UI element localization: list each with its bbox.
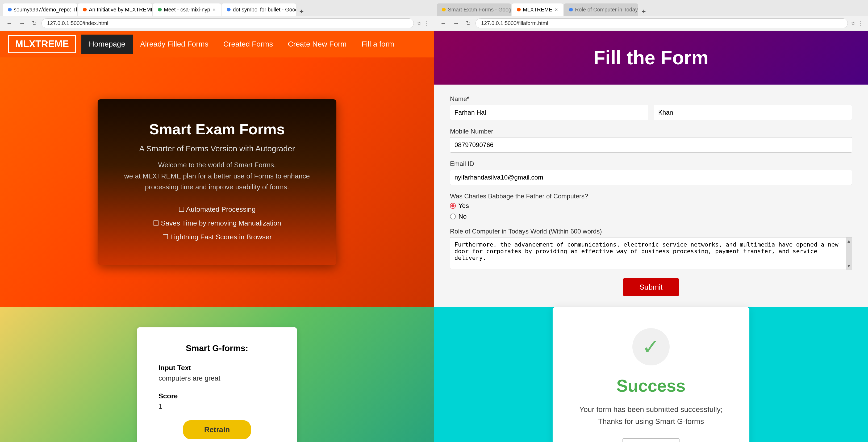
gform-title: Smart G-forms: <box>158 343 276 353</box>
tab-google-search[interactable]: dot symbol for bullet - Google ... ✕ <box>221 3 296 16</box>
radio-section: Was Charles Babbage the Father of Comput… <box>450 193 852 220</box>
input-text-value: computers are great <box>158 374 276 382</box>
tab-dot <box>83 8 87 11</box>
nav-create-new[interactable]: Create New Form <box>280 35 354 54</box>
tab-mlxtreme-q2[interactable]: MLXTREME ✕ <box>512 3 563 16</box>
gforms-quadrant: Smart G-forms: Input Text computers are … <box>0 307 434 442</box>
url-input[interactable]: 127.0.0.1:5000/index.html <box>41 18 414 28</box>
name-label: Name* <box>450 95 852 103</box>
nav-already-filled[interactable]: Already Filled Forms <box>133 35 216 54</box>
scrollbar-up-icon[interactable]: ▲ <box>846 239 851 244</box>
name-row <box>450 105 852 120</box>
url-input-q2[interactable]: 127.0.0.1:5000/fillaform.html <box>475 18 848 28</box>
bookmark-icon-q2[interactable]: ☆ <box>850 20 856 27</box>
radio-yes-label: Yes <box>459 202 469 210</box>
name-section: Name* <box>450 95 852 120</box>
checkmark-icon: ✓ <box>642 335 660 359</box>
feature-3: ☐ Lightning Fast Scores in Browser <box>124 230 310 244</box>
radio-yes-item: Yes <box>450 202 852 210</box>
radio-yes-button[interactable] <box>450 203 456 209</box>
address-bar-row-q2: ← → ↻ 127.0.0.1:5000/fillaform.html ☆ ⋮ <box>434 16 868 31</box>
feature-2: ☐ Saves Time by removing Manualization <box>124 216 310 230</box>
success-card: ✓ Success Your form has been submitted s… <box>553 307 749 442</box>
tab-dot <box>569 8 573 11</box>
reload-button-q2[interactable]: ↻ <box>464 19 473 28</box>
reload-button[interactable]: ↻ <box>30 19 39 28</box>
tab-dot <box>442 8 446 11</box>
settings-icon-q2[interactable]: ⋮ <box>858 20 864 27</box>
back-button[interactable]: ← <box>4 19 14 28</box>
gform-card: Smart G-forms: Input Text computers are … <box>137 327 297 442</box>
success-quadrant: ✓ Success Your form has been submitted s… <box>434 307 868 442</box>
form-title: Fill the Form <box>445 47 857 69</box>
submit-button[interactable]: Submit <box>623 278 678 296</box>
view-score-button[interactable]: View Score <box>623 438 679 442</box>
hero-card: Smart Exam Forms A Smarter of Forms Vers… <box>98 99 336 265</box>
tab-close-icon[interactable]: ✕ <box>555 7 558 12</box>
tab-dot <box>227 8 230 11</box>
hero-section: Smart Exam Forms A Smarter of Forms Vers… <box>0 58 434 307</box>
bookmark-icon[interactable]: ☆ <box>416 20 422 27</box>
tab-role-computer[interactable]: Role of Computer in Todays Wo... ✕ <box>564 3 638 16</box>
radio-group: Yes No <box>450 202 852 220</box>
email-section: Email ID <box>450 160 852 185</box>
mobile-section: Mobile Number <box>450 128 852 153</box>
feature-1: ☐ Automated Processing <box>124 202 310 216</box>
essay-textarea[interactable]: Furthermore, the advancement of communic… <box>450 237 852 269</box>
nav-homepage[interactable]: Homepage <box>82 35 133 54</box>
tab-github[interactable]: soumya997/demo_repo: Th... ✕ <box>3 3 77 16</box>
mobile-label: Mobile Number <box>450 128 852 135</box>
form-header: Fill the Form <box>434 31 868 85</box>
address-bar-row: ← → ↻ 127.0.0.1:5000/index.html ☆ ⋮ <box>0 16 434 31</box>
radio-no-label: No <box>459 213 467 220</box>
first-name-input[interactable] <box>450 105 648 120</box>
nav-fill-form[interactable]: Fill a form <box>354 35 402 54</box>
new-tab-button[interactable]: + <box>297 7 306 16</box>
forward-button[interactable]: → <box>17 19 27 28</box>
form-body: Name* Mobile Number Email ID Was Charles… <box>434 85 868 307</box>
input-text-label: Input Text <box>158 364 276 372</box>
email-input[interactable] <box>450 170 852 185</box>
hero-title: Smart Exam Forms <box>124 121 310 138</box>
radio-no-button[interactable] <box>450 214 456 219</box>
tab-slides[interactable]: Smart Exam Forms - Google Sli... ✕ <box>437 3 511 16</box>
fill-form-quadrant: Smart Exam Forms - Google Sli... ✕ MLXTR… <box>434 0 868 307</box>
success-message: Your form has been submitted successfull… <box>579 404 722 428</box>
back-button-q2[interactable]: ← <box>438 19 448 28</box>
brand-logo[interactable]: MLXTREME <box>8 35 76 53</box>
essay-section: Role of Computer in Todays World (Within… <box>450 228 852 270</box>
nav-created-forms[interactable]: Created Forms <box>216 35 281 54</box>
tab-dot <box>517 8 521 11</box>
tab-dot <box>8 8 12 11</box>
hero-description: Welcome to the world of Smart Forms, we … <box>124 160 310 193</box>
success-icon-container: ✓ <box>632 328 670 366</box>
success-title: Success <box>579 376 722 396</box>
tab-close-icon[interactable]: ✕ <box>212 7 216 12</box>
settings-icon[interactable]: ⋮ <box>424 20 430 27</box>
email-label: Email ID <box>450 160 852 167</box>
hero-subtitle: A Smarter of Forms Version with Autograd… <box>124 144 310 153</box>
browser-tabs-row-q2: Smart Exam Forms - Google Sli... ✕ MLXTR… <box>434 0 868 16</box>
radio-no-item: No <box>450 213 852 220</box>
tab-dot <box>158 8 162 11</box>
tab-mlxtreme[interactable]: An Initiative by MLXTREME ✕ <box>78 3 152 16</box>
browser-icons-q2: ☆ ⋮ <box>850 20 864 27</box>
navbar: MLXTREME Homepage Already Filled Forms C… <box>0 31 434 58</box>
scrollbar-down-icon[interactable]: ▼ <box>846 263 851 269</box>
mobile-input[interactable] <box>450 137 852 153</box>
last-name-input[interactable] <box>654 105 852 120</box>
radio-question-label: Was Charles Babbage the Father of Comput… <box>450 193 852 200</box>
score-value: 1 <box>158 402 276 411</box>
score-label: Score <box>158 392 276 400</box>
retrain-button[interactable]: Retrain <box>183 420 251 439</box>
forward-button-q2[interactable]: → <box>451 19 461 28</box>
tab-meet[interactable]: Meet - csa-mixi-nyp ✕ <box>153 3 221 16</box>
browser-tabs-row: soumya997/demo_repo: Th... ✕ An Initiati… <box>0 0 434 16</box>
homepage-quadrant: soumya997/demo_repo: Th... ✕ An Initiati… <box>0 0 434 307</box>
browser-icons: ☆ ⋮ <box>416 20 430 27</box>
essay-label: Role of Computer in Todays World (Within… <box>450 228 852 235</box>
new-tab-button-q2[interactable]: + <box>639 7 648 16</box>
hero-features: ☐ Automated Processing ☐ Saves Time by r… <box>124 202 310 244</box>
